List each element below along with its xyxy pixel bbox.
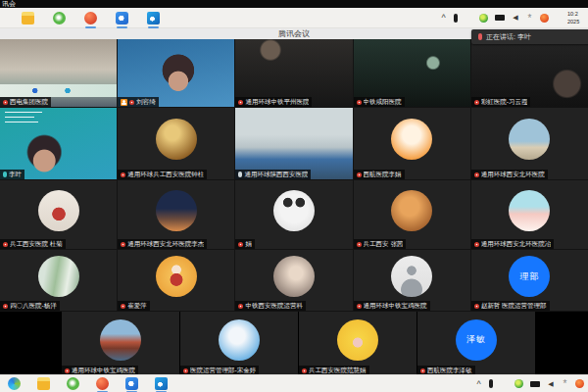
participant-name: 兵工西安医院 杜菊: [10, 240, 63, 248]
participant-tile[interactable]: 中铁西安医院运营科: [235, 250, 352, 311]
participant-tile[interactable]: 兵工西安医院 杜菊: [0, 180, 117, 249]
participant-tile[interactable]: 通用环球兵工西安医院钟柱: [118, 108, 234, 179]
participant-name: 刘容绮: [136, 98, 156, 106]
participant-label: 崔爱萍: [118, 301, 150, 311]
org-logo-icon: [121, 304, 125, 309]
participant-tile[interactable]: 通用环球陕西西安医院: [235, 108, 352, 179]
outlook-icon[interactable]: [155, 377, 168, 390]
tray-antivirus-icon[interactable]: [479, 14, 488, 23]
participant-tile[interactable]: 彩虹医院-习云霞: [471, 39, 588, 107]
red-app-icon[interactable]: [96, 377, 109, 390]
tray-volume-icon[interactable]: ◀: [547, 379, 555, 389]
participant-tile[interactable]: 李叶: [0, 108, 117, 179]
initials-avatar: 理部: [509, 256, 550, 297]
participant-label: 李叶: [0, 170, 24, 179]
tencent-meeting-icon[interactable]: [116, 12, 128, 24]
photo-avatar: [391, 256, 432, 297]
participant-label: 通用环球中铁平州医院: [235, 97, 312, 107]
participant-tile[interactable]: 中铁咸阳医院: [354, 39, 470, 107]
org-logo-icon: [474, 242, 479, 247]
org-logo-icon: [183, 368, 188, 373]
participant-tile[interactable]: 通用环球西安北环医院冶: [471, 180, 588, 249]
file-explorer-icon[interactable]: [37, 377, 50, 390]
photo-avatar: [337, 319, 378, 361]
participant-tile[interactable]: 通用环球中铁宝鸡医院: [354, 250, 470, 311]
edge-icon[interactable]: [8, 377, 21, 390]
tray-network-icon[interactable]: [500, 380, 508, 388]
tray-antivirus-icon[interactable]: [514, 379, 523, 388]
org-logo-icon: [3, 242, 8, 247]
participant-tile[interactable]: 四〇八医院-杨洋: [0, 250, 117, 311]
green-app-icon[interactable]: [67, 377, 79, 390]
tray-security-icon[interactable]: [540, 14, 549, 23]
mic-icon: [238, 172, 242, 177]
participant-tile[interactable]: 娟: [235, 180, 352, 249]
tray-network-icon[interactable]: [465, 14, 472, 22]
participant-label: 西电集团医院: [0, 97, 51, 107]
speaking-mic-icon: [478, 33, 482, 40]
participant-tile[interactable]: 医院运营管理部-宋金婷: [180, 312, 298, 375]
org-logo-icon: [3, 304, 8, 309]
participant-tile[interactable]: 理部赵新哲 医院运营管理部: [471, 250, 588, 311]
cropped-window-strip: 讯会: [0, 0, 588, 8]
org-logo-icon: [357, 172, 362, 177]
participant-tile[interactable]: 通用环球中铁平州医院: [235, 39, 352, 107]
taskbar-clock[interactable]: 10:2 2025: [567, 10, 588, 25]
tray-mic-icon[interactable]: [454, 14, 458, 23]
participant-name: 赵新哲 医院运营管理部: [481, 302, 547, 310]
participant-label: 通用环球兵工西安医院钟柱: [118, 170, 207, 179]
participant-tile[interactable]: 泽敏西航医院李泽敏: [417, 312, 535, 375]
tray-settings-icon[interactable]: *: [526, 13, 533, 24]
tray-security-icon[interactable]: [575, 379, 584, 388]
participant-label: 赵新哲 医院运营管理部: [471, 301, 550, 311]
participant-name: 西电集团医院: [10, 98, 48, 106]
participant-tile[interactable]: 通用环球中铁宝鸡医院: [62, 312, 179, 375]
org-logo-icon: [238, 100, 243, 105]
tray-battery-icon[interactable]: [530, 381, 540, 387]
taskbar-top-apps: [22, 12, 160, 24]
participant-name: 通用环球西安北环医院: [481, 171, 545, 178]
tray-chevron-up-icon[interactable]: ^: [440, 12, 447, 24]
tencent-meeting-icon[interactable]: [125, 377, 138, 390]
participant-tile[interactable]: 兵工西安医院范慧娟: [299, 312, 416, 375]
grid-row: 通用环球中铁宝鸡医院医院运营管理部-宋金婷兵工西安医院范慧娟泽敏西航医院李泽敏: [0, 312, 588, 375]
participant-tile[interactable]: 崔爱萍: [118, 250, 234, 311]
photo-avatar: [156, 119, 197, 160]
green-app-icon[interactable]: [53, 12, 66, 24]
avatar-initials: 泽敏: [466, 333, 486, 346]
participant-name: 中铁西安医院运营科: [245, 302, 303, 310]
speaking-indicator-toast: 正在讲话: 李叶: [471, 29, 588, 44]
participant-tile[interactable]: 西电集团医院: [0, 39, 117, 107]
participant-tile[interactable]: 兵工西安 张茜: [354, 180, 470, 249]
taskbar-top-tray: ^◀*: [440, 8, 549, 27]
screen-banner: [0, 84, 117, 97]
tray-battery-icon[interactable]: [495, 15, 505, 21]
photo-avatar: [273, 190, 315, 231]
participant-name: 彩虹医院-习云霞: [481, 98, 528, 106]
tray-chevron-up-icon[interactable]: ^: [475, 378, 482, 390]
slide-text-lines: [5, 112, 48, 126]
clock-time: 10:2: [567, 10, 588, 18]
org-logo-icon: [474, 304, 479, 309]
tray-volume-icon[interactable]: ◀: [512, 13, 519, 23]
active-app-underline: [85, 26, 96, 28]
participant-tile[interactable]: 西航医院李娟: [354, 108, 470, 179]
tray-mic-icon[interactable]: [489, 379, 493, 388]
presenter-icon: [121, 99, 127, 106]
participant-name: 李叶: [9, 171, 22, 178]
photo-avatar: [219, 319, 260, 361]
file-explorer-icon[interactable]: [22, 12, 34, 24]
participant-tile[interactable]: 刘容绮: [118, 39, 234, 107]
active-app-underline: [148, 26, 159, 28]
meeting-title: 腾讯会议: [278, 29, 310, 38]
participant-tile[interactable]: 通用环球西安北环医院李杰: [118, 180, 234, 249]
red-app-icon[interactable]: [84, 12, 97, 24]
tray-settings-icon[interactable]: *: [562, 378, 568, 389]
participant-name: 娟: [245, 240, 252, 248]
taskbar-bottom-apps: [8, 377, 168, 390]
participant-name: 通用环球兵工西安医院钟柱: [127, 171, 204, 178]
org-logo-icon: [357, 304, 362, 309]
participant-label: 通用环球西安北环医院: [471, 170, 548, 179]
outlook-icon[interactable]: [147, 12, 160, 24]
participant-tile[interactable]: 通用环球西安北环医院: [471, 108, 588, 179]
